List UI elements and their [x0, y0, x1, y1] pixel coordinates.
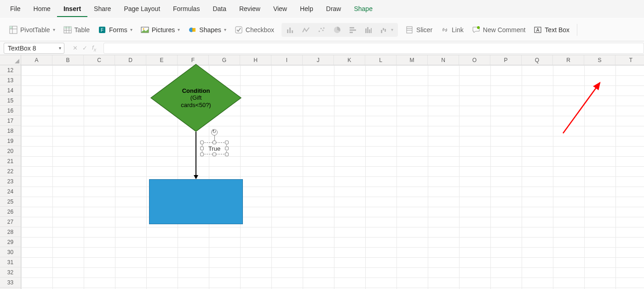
link-icon [441, 26, 449, 34]
select-all-corner[interactable] [0, 55, 21, 65]
resize-handle-tr[interactable] [225, 141, 229, 144]
flowchart-process-shape[interactable] [149, 179, 243, 224]
formula-input[interactable] [104, 43, 644, 54]
menu-insert[interactable]: Insert [57, 1, 87, 17]
row-header[interactable]: 21 [0, 156, 21, 166]
resize-handle-tm[interactable] [213, 141, 216, 144]
column-header[interactable]: T [615, 55, 644, 65]
column-header[interactable]: C [84, 55, 115, 65]
row-header[interactable]: 28 [0, 227, 21, 237]
resize-handle-tl[interactable] [200, 141, 204, 144]
pie-chart-button[interactable] [330, 24, 344, 36]
checkbox-button[interactable]: Checkbox [231, 23, 278, 36]
column-chart-button[interactable] [283, 24, 297, 36]
row-header[interactable]: 22 [0, 166, 21, 176]
column-header[interactable]: K [334, 55, 365, 65]
pictures-button[interactable]: Pictures ▾ [137, 23, 184, 36]
column-header[interactable]: Q [522, 55, 553, 65]
row-header[interactable]: 32 [0, 267, 21, 278]
menu-page-layout[interactable]: Page Layout [117, 1, 167, 17]
column-header[interactable]: H [240, 55, 271, 65]
menu-review[interactable]: Review [233, 1, 267, 17]
new-comment-button[interactable]: New Comment [468, 23, 529, 36]
row-header[interactable]: 25 [0, 197, 21, 207]
menu-share[interactable]: Share [87, 1, 117, 17]
row-header[interactable]: 33 [0, 278, 21, 288]
more-charts-button[interactable]: ▾ [377, 24, 396, 36]
row-header[interactable]: 16 [0, 106, 21, 116]
column-header[interactable]: B [52, 55, 84, 65]
row-header[interactable]: 24 [0, 187, 21, 197]
resize-handle-bl[interactable] [200, 153, 204, 156]
ribbon: PivotTable ▾ Table F Forms ▾ Pictures ▾ … [0, 18, 644, 41]
text-box-label: Text Box [545, 26, 569, 34]
menu-formulas[interactable]: Formulas [167, 1, 206, 17]
cancel-formula-button[interactable]: ✕ [71, 45, 80, 51]
row-header[interactable]: 30 [0, 247, 21, 257]
forms-button[interactable]: F Forms ▾ [94, 23, 136, 36]
shapes-button[interactable]: Shapes ▾ [184, 23, 230, 36]
column-header[interactable]: D [115, 55, 146, 65]
menu-draw[interactable]: Draw [320, 1, 348, 17]
resize-handle-bm[interactable] [213, 153, 216, 156]
line-chart-button[interactable] [299, 24, 313, 36]
table-button[interactable]: Table [60, 23, 93, 36]
row-header[interactable]: 14 [0, 85, 21, 96]
column-header[interactable]: P [490, 55, 522, 65]
pivot-table-button[interactable]: PivotTable ▾ [6, 23, 59, 36]
row-header[interactable]: 17 [0, 116, 21, 126]
rotate-handle[interactable] [211, 129, 218, 136]
pie-chart-icon [333, 26, 341, 34]
row-header[interactable]: 27 [0, 217, 21, 227]
slicer-button[interactable]: Slicer [402, 23, 436, 36]
row-header[interactable]: 26 [0, 207, 21, 217]
row-header[interactable]: 20 [0, 146, 21, 156]
decision-title: Condition [182, 87, 210, 95]
resize-handle-mr[interactable] [225, 147, 229, 150]
row-header[interactable]: 15 [0, 96, 21, 106]
column-header[interactable]: R [553, 55, 584, 65]
row-header[interactable]: 23 [0, 176, 21, 187]
column-header[interactable]: A [21, 55, 52, 65]
menu-help[interactable]: Help [293, 1, 320, 17]
svg-rect-17 [289, 28, 291, 33]
row-header[interactable]: 29 [0, 237, 21, 247]
pivot-table-label: PivotTable [20, 26, 50, 34]
resize-handle-br[interactable] [225, 153, 229, 156]
column-header[interactable]: M [397, 55, 428, 65]
accept-formula-button[interactable]: ✓ [80, 45, 89, 51]
menu-file[interactable]: File [4, 1, 27, 17]
column-header[interactable]: L [365, 55, 397, 65]
row-header[interactable]: 18 [0, 126, 21, 136]
row-header[interactable]: 19 [0, 136, 21, 146]
menu-home[interactable]: Home [27, 1, 57, 17]
resize-handle-ml[interactable] [200, 147, 204, 150]
row-header[interactable]: 12 [0, 65, 21, 75]
cells[interactable] [21, 65, 644, 289]
column-header[interactable]: S [584, 55, 615, 65]
svg-rect-32 [383, 28, 384, 30]
column-header[interactable]: O [459, 55, 490, 65]
row-header[interactable]: 31 [0, 257, 21, 267]
column-header[interactable]: I [271, 55, 303, 65]
flowchart-decision-shape[interactable]: Condition (Gift cards<50?) [150, 63, 242, 132]
textbox-true-selected[interactable]: True [202, 142, 227, 154]
fx-icon[interactable]: fx [90, 44, 98, 52]
text-box-button[interactable]: A Text Box [530, 23, 573, 36]
connector-arrow[interactable] [196, 132, 196, 179]
grid[interactable]: A B C D E F G H I J K L M N O P Q R S T [21, 55, 644, 289]
histogram-button[interactable] [362, 24, 375, 36]
scatter-chart-button[interactable] [315, 24, 328, 36]
column-header[interactable]: N [428, 55, 459, 65]
menu-shape[interactable]: Shape [347, 1, 379, 17]
link-button[interactable]: Link [437, 23, 467, 36]
shapes-icon [188, 26, 196, 34]
column-header[interactable]: J [303, 55, 334, 65]
name-box[interactable]: TextBox 8 ▾ [4, 43, 64, 54]
menu-data[interactable]: Data [206, 1, 233, 17]
svg-rect-16 [287, 29, 288, 33]
worksheet[interactable]: 12 13 14 15 16 17 18 19 20 21 22 23 24 2… [0, 55, 644, 289]
row-header[interactable]: 13 [0, 75, 21, 85]
bar-chart-button[interactable] [346, 24, 360, 36]
menu-view[interactable]: View [267, 1, 293, 17]
